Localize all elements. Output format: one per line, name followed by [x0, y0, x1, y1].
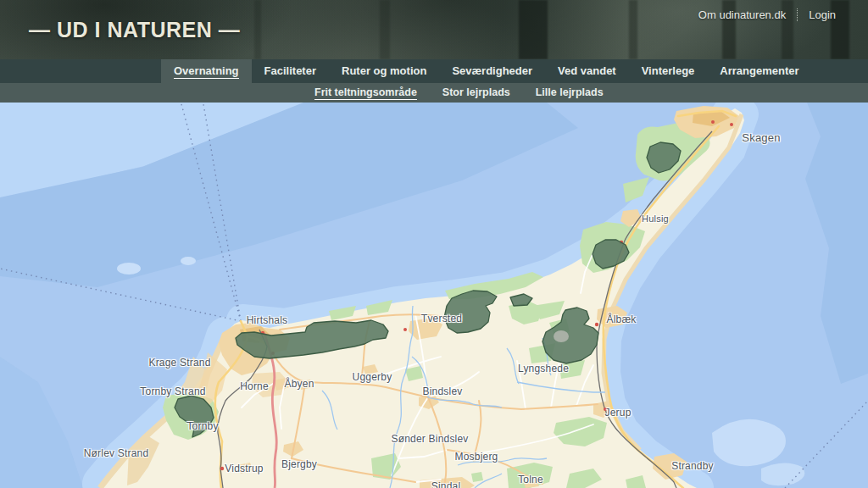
nav-item-faciliteter[interactable]: Faciliteter [252, 59, 329, 83]
site-logo[interactable]: — UD I NATUREN — [29, 18, 240, 42]
map-canvas[interactable]: SkagenHulsigÅlbækHirtshalsTverstedKrage … [0, 103, 868, 488]
nav-item-seværdigheder[interactable]: Seværdigheder [439, 59, 545, 83]
header-photo-tree [519, 0, 548, 59]
header-link-login[interactable]: Login [809, 8, 836, 21]
nav-item-label: Lille lejrplads [536, 86, 604, 100]
header-links: Om udinaturen.dkLogin [698, 8, 836, 21]
nav-item-overnatning[interactable]: Overnatning [161, 59, 252, 83]
nav-item-label: Ruter og motion [342, 64, 426, 79]
dotted-divider [797, 8, 798, 21]
header-photo-tree [380, 0, 390, 59]
header-photo-tree [629, 0, 637, 59]
main-nav: OvernatningFaciliteterRuter og motionSev… [0, 59, 868, 83]
nav-item-vinterlege[interactable]: Vinterlege [629, 59, 708, 83]
camping-area-clearing [554, 330, 569, 342]
nav-item-label: Seværdigheder [452, 64, 532, 79]
nav-item-label: Arrangementer [720, 64, 798, 79]
sub-nav: Frit teltningsområdeStor lejrpladsLille … [0, 83, 868, 103]
nav-item-label: Vinterlege [642, 64, 695, 79]
nav-item-label: Stor lejrplads [442, 86, 510, 100]
page: — UD I NATUREN — Om udinaturen.dkLogin O… [0, 0, 868, 488]
nav-item-label: Frit teltningsområde [314, 86, 417, 100]
nav-item-ved-vandet[interactable]: Ved vandet [545, 59, 629, 83]
nav-item-frit-teltningsområde[interactable]: Frit teltningsområde [302, 83, 430, 103]
nav-item-label: Overnatning [174, 64, 239, 79]
nav-item-lille-lejrplads[interactable]: Lille lejrplads [523, 83, 616, 103]
header: — UD I NATUREN — Om udinaturen.dkLogin [0, 0, 868, 59]
header-photo-tree [254, 0, 261, 59]
map-svg [0, 103, 868, 488]
header-link-om-udinaturen-dk[interactable]: Om udinaturen.dk [698, 8, 786, 21]
nav-item-arrangementer[interactable]: Arrangementer [707, 59, 811, 83]
nav-item-label: Faciliteter [264, 64, 316, 79]
nav-item-ruter-og-motion[interactable]: Ruter og motion [329, 59, 439, 83]
nav-item-stor-lejrplads[interactable]: Stor lejrplads [430, 83, 523, 103]
nav-item-label: Ved vandet [558, 64, 616, 79]
